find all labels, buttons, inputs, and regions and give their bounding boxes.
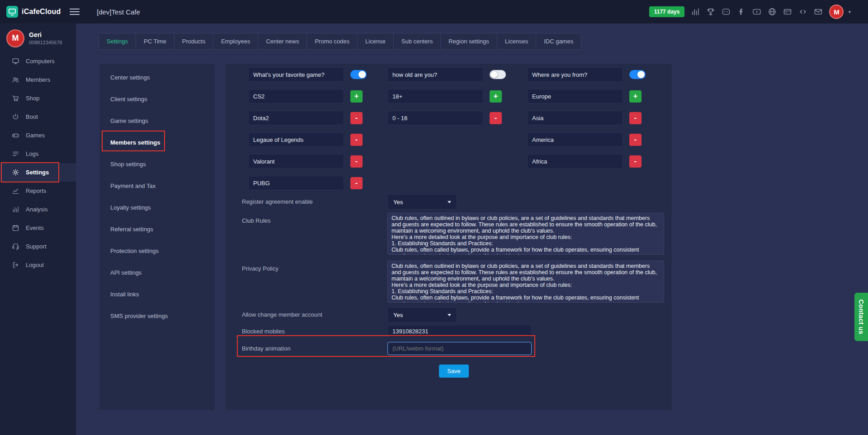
option-input[interactable] (387, 111, 483, 125)
add-option-button[interactable]: + (490, 90, 502, 103)
stats-icon[interactable] (691, 7, 700, 16)
settings-menu-item-install-links[interactable]: Install links (99, 283, 215, 305)
sidebar-item-logout[interactable]: Logout (0, 256, 76, 274)
tab-center-news[interactable]: Center news (258, 33, 307, 50)
code-icon[interactable] (798, 7, 807, 16)
remove-option-button[interactable]: - (629, 134, 642, 146)
settings-menu-item-center-settings[interactable]: Center settings (99, 66, 215, 88)
billing-icon[interactable] (783, 7, 792, 16)
reports-icon (12, 187, 19, 195)
option-input[interactable] (248, 111, 344, 125)
tab-pc-time[interactable]: PC Time (136, 33, 175, 50)
privacy-policy-textarea[interactable]: Club rules, often outlined in bylaws or … (387, 261, 664, 303)
tab-license[interactable]: License (357, 33, 394, 50)
tab-idc-games[interactable]: IDC games (536, 33, 581, 50)
sidebar-item-label: Computers (26, 58, 55, 65)
settings-menu-item-members-settings[interactable]: Members settings (99, 131, 215, 153)
caret-down-icon (448, 201, 451, 203)
sidebar-item-members[interactable]: Members (0, 70, 76, 89)
settings-menu-item-payment-and-tax[interactable]: Payment and Tax (99, 175, 215, 196)
sidebar-item-settings[interactable]: Settings (0, 163, 76, 182)
settings-menu-item-loyalty-settings[interactable]: Loyalty settings (99, 196, 215, 218)
settings-menu-item-referral-settings[interactable]: Referral settings (99, 218, 215, 240)
option-input[interactable] (248, 176, 344, 190)
settings-menu-item-shop-settings[interactable]: Shop settings (99, 153, 215, 175)
question-toggle-location[interactable] (629, 70, 646, 79)
settings-menu-item-game-settings[interactable]: Game settings (99, 110, 215, 131)
contact-us-button[interactable]: Contact us (854, 293, 868, 341)
allow-change-member-account-select[interactable]: Yes (387, 307, 457, 323)
remove-option-button[interactable]: - (350, 134, 363, 146)
remove-option-button[interactable]: - (350, 112, 363, 124)
option-input[interactable] (248, 89, 344, 103)
question-input-age[interactable] (387, 67, 483, 82)
allow-change-member-account-label: Allow change member account (242, 307, 322, 323)
settings-menu-item-sms-provider-settings[interactable]: SMS provider settings (99, 305, 215, 327)
tab-promo-codes[interactable]: Promo codes (307, 33, 358, 50)
tab-settings[interactable]: Settings (99, 33, 136, 50)
sidebar-item-label: Settings (26, 169, 49, 176)
sidebar-item-support[interactable]: Support (0, 237, 76, 256)
sidebar-item-analysis[interactable]: Analysis (0, 200, 76, 219)
sidebar-user: M Geri 008812345678 (0, 23, 76, 52)
blocked-mobiles-input[interactable] (387, 325, 532, 338)
question-toggle-age[interactable] (490, 70, 506, 79)
remove-option-button[interactable]: - (629, 112, 642, 124)
option-input[interactable] (527, 111, 623, 125)
remove-option-button[interactable]: - (629, 155, 642, 168)
settings-menu-item-client-settings[interactable]: Client settings (99, 88, 215, 110)
option-input[interactable] (248, 154, 344, 168)
tab-region-settings[interactable]: Region settings (440, 33, 497, 50)
settings-icon (12, 168, 19, 176)
hamburger-menu-icon[interactable] (70, 7, 80, 17)
sidebar-item-reports[interactable]: Reports (0, 182, 76, 200)
sidebar-item-games[interactable]: Games (0, 126, 76, 145)
option-input[interactable] (527, 132, 623, 147)
add-option-button[interactable]: + (629, 90, 642, 103)
tab-employees[interactable]: Employees (213, 33, 258, 50)
mail-icon[interactable] (814, 7, 823, 16)
user-avatar[interactable]: M (829, 5, 844, 19)
sidebar-item-logs[interactable]: Logs (0, 145, 76, 163)
sidebar-item-label: Members (26, 76, 50, 83)
allow-change-member-account-value: Yes (393, 312, 403, 318)
register-agreement-select[interactable]: Yes (387, 194, 457, 210)
option-input[interactable] (527, 154, 623, 168)
settings-menu-item-api-settings[interactable]: API settings (99, 262, 215, 283)
user-name: Geri (29, 31, 62, 38)
discord-icon[interactable] (722, 7, 731, 16)
settings-menu-item-protection-settings[interactable]: Protection settings (99, 240, 215, 262)
toggle-knob (491, 71, 498, 78)
option-input[interactable] (387, 89, 483, 103)
sidebar-item-label: Events (26, 225, 44, 231)
trophy-icon[interactable] (706, 7, 715, 16)
birthday-animation-input[interactable] (387, 342, 532, 355)
globe-icon[interactable] (768, 7, 777, 16)
remove-option-button[interactable]: - (350, 177, 363, 189)
club-rules-textarea[interactable]: Club rules, often outlined in bylaws or … (387, 213, 664, 255)
license-days-badge[interactable]: 1177 days (649, 6, 685, 17)
cafe-title: [dev]Test Cafe (97, 8, 140, 16)
add-option-button[interactable]: + (350, 90, 363, 103)
user-avatar: M (6, 29, 24, 47)
option-input[interactable] (248, 132, 344, 147)
question-input-favorite-game[interactable] (248, 67, 344, 82)
tab-products[interactable]: Products (174, 33, 213, 50)
question-input-location[interactable] (527, 67, 623, 82)
save-button[interactable]: Save (439, 365, 469, 378)
remove-option-button[interactable]: - (350, 155, 363, 168)
sidebar-item-computers[interactable]: Computers (0, 52, 76, 70)
sidebar-item-boot[interactable]: Boot (0, 108, 76, 126)
question-column-favorite-game: + - - - - (248, 67, 367, 197)
sidebar-item-shop[interactable]: Shop (0, 89, 76, 108)
remove-option-button[interactable]: - (490, 112, 502, 124)
question-toggle-favorite-game[interactable] (350, 70, 367, 79)
tab-sub-centers[interactable]: Sub centers (393, 33, 441, 50)
app-logo[interactable]: iCafeCloud (0, 6, 68, 18)
facebook-icon[interactable] (737, 7, 746, 16)
youtube-icon[interactable] (752, 7, 761, 16)
chevron-down-icon[interactable]: ▾ (848, 9, 851, 15)
option-input[interactable] (527, 89, 623, 103)
sidebar-item-events[interactable]: Events (0, 219, 76, 237)
tab-licenses[interactable]: Licenses (497, 33, 536, 50)
